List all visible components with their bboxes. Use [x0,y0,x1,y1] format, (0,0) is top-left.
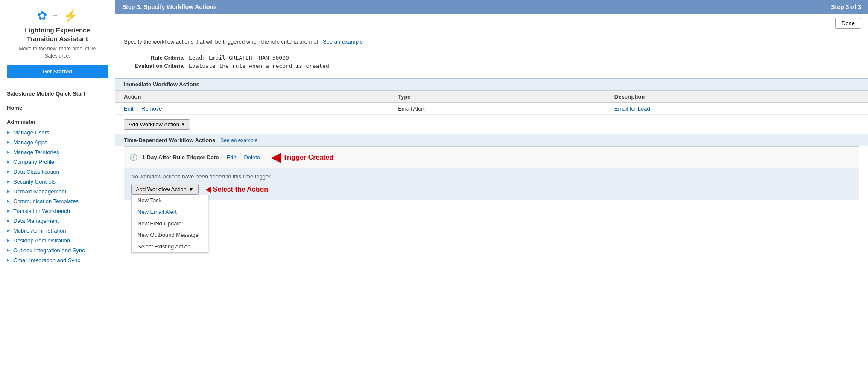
action-cell: Edit | Remove [115,103,389,115]
sidebar-item-manage-users[interactable]: ▶ Manage Users [0,128,115,137]
sidebar-item-outlook-sync[interactable]: ▶ Outlook Integration and Sync [0,245,115,255]
triangle-icon: ▶ [7,179,10,184]
get-started-button[interactable]: Get Started [7,65,108,78]
see-example-link[interactable]: See an example [323,38,363,45]
rule-criteria-value: Lead: Email GREATER THAN 50000 [189,55,289,61]
action-row: Add Workflow Action ▼ New Task New Email… [131,184,852,195]
triangle-icon: ▶ [7,140,10,144]
sidebar-item-label: Gmail Integration and Sync [13,257,80,263]
immediate-add-workflow-label: Add Workflow Action [129,121,179,128]
app-subtitle: Move to the new, more productive Salesfo… [7,45,108,60]
triangle-icon: ▶ [7,219,10,223]
action-col-header: Action [115,91,389,103]
home-title: Home [0,99,115,114]
triangle-icon: ▶ [7,130,10,134]
time-dependent-box: 🕐 1 Day After Rule Trigger Date Edit | D… [124,146,859,200]
time-trigger-header: 🕐 1 Day After Rule Trigger Date Edit | D… [124,147,859,168]
step-label: Step 3 of 3 [831,3,861,10]
time-dependent-section-title: Time-Dependent Workflow Actions [124,137,215,143]
sidebar-item-mobile-administration[interactable]: ▶ Mobile Administration [0,226,115,236]
sidebar-item-label: Data Classification [13,169,59,175]
sidebar-item-translation-workbench[interactable]: ▶ Translation Workbench [0,206,115,216]
sidebar-item-label: Manage Territories [13,149,59,155]
criteria-section: Rule Criteria Lead: Email GREATER THAN 5… [115,50,868,78]
sidebar-header: ✿ → ⚡ Lightning Experience Transition As… [0,0,115,85]
separator: | [137,105,138,112]
sidebar-item-communication-templates[interactable]: ▶ Communication Templates [0,196,115,206]
annotation-action-label: Select the Action [213,186,268,193]
remove-link[interactable]: Remove [141,105,162,112]
action-annotation: ◀ Select the Action [205,185,268,193]
sidebar-item-label: Manage Users [13,129,50,136]
triangle-icon: ▶ [7,209,10,213]
immediate-add-workflow-button[interactable]: Add Workflow Action ▼ [124,119,190,130]
sidebar-item-data-classification[interactable]: ▶ Data Classification [0,167,115,177]
trigger-delete-link[interactable]: Delete [244,154,260,160]
triangle-icon: ▶ [7,199,10,203]
sidebar-item-manage-territories[interactable]: ▶ Manage Territories [0,147,115,157]
administer-title: Administer [0,114,115,128]
edit-link[interactable]: Edit [124,105,133,112]
page-title: Step 3: Specify Workflow Actions [122,3,217,10]
red-arrow-icon: ◀ [271,150,281,164]
desc-col-header: Description [606,91,868,103]
bolt-icon: ⚡ [63,9,78,23]
logo-row: ✿ → ⚡ [7,9,108,23]
immediate-actions-table: Action Type Description Edit | Remove Em… [115,90,868,115]
no-actions-message: No workflow actions have been added to t… [131,173,852,180]
add-workflow-dropdown: New Task New Email Alert New Field Updat… [131,195,208,253]
flower-icon: ✿ [37,9,47,23]
sidebar-item-label: Communication Templates [13,198,79,204]
sidebar-item-security-controls[interactable]: ▶ Security Controls [0,177,115,187]
triangle-icon: ▶ [7,248,10,252]
sidebar-item-label: Security Controls [13,178,56,185]
eval-criteria-value: Evaluate the rule when a record is creat… [189,63,329,69]
rule-criteria-row: Rule Criteria Lead: Email GREATER THAN 5… [124,55,859,61]
triangle-icon: ▶ [7,160,10,164]
sidebar-item-company-profile[interactable]: ▶ Company Profile [0,157,115,167]
done-btn-row: Done [115,14,868,33]
eval-criteria-row: Evaluation Criteria Evaluate the rule wh… [124,63,859,69]
sidebar-item-data-management[interactable]: ▶ Data Management [0,216,115,226]
triangle-icon: ▶ [7,169,10,174]
sidebar-item-desktop-administration[interactable]: ▶ Desktop Administration [0,236,115,245]
separator: | [239,154,240,160]
red-arrow-icon-2: ◀ [205,185,210,193]
content-area: Done Specify the workflow actions that w… [115,14,868,388]
done-button[interactable]: Done [835,18,861,29]
dropdown-new-task[interactable]: New Task [132,195,208,206]
immediate-section-header: Immediate Workflow Actions [115,78,868,90]
sidebar-item-manage-apps[interactable]: ▶ Manage Apps [0,137,115,147]
sidebar-item-label: Company Profile [13,159,54,165]
sidebar-item-label: Desktop Administration [13,237,70,244]
description-row: Specify the workflow actions that will b… [115,33,868,50]
triangle-icon: ▶ [7,258,10,262]
eval-criteria-label: Evaluation Criteria [124,63,184,69]
desc-link[interactable]: Email for Lead [614,105,650,112]
triangle-icon: ▶ [7,189,10,193]
dropdown-new-outbound-message[interactable]: New Outbound Message [132,229,208,241]
clock-icon: 🕐 [129,153,138,161]
sidebar-item-label: Domain Management [13,188,66,195]
main-content: Step 3: Specify Workflow Actions Step 3 … [115,0,868,388]
add-workflow-button[interactable]: Add Workflow Action ▼ [131,184,199,195]
rule-criteria-label: Rule Criteria [124,55,184,61]
sidebar-item-domain-management[interactable]: ▶ Domain Management [0,187,115,196]
type-cell: Email Alert [389,103,606,115]
arrow-icon: → [51,11,59,20]
sidebar-item-gmail-sync[interactable]: ▶ Gmail Integration and Sync [0,255,115,265]
trigger-title: 1 Day After Rule Trigger Date [142,154,219,160]
add-workflow-label: Add Workflow Action [136,186,187,193]
sidebar: ✿ → ⚡ Lightning Experience Transition As… [0,0,115,388]
trigger-annotation: ◀ Trigger Created [271,150,333,164]
dropdown-new-field-update[interactable]: New Field Update [132,218,208,229]
add-btn-container: Add Workflow Action ▼ New Task New Email… [131,184,199,195]
trigger-edit-link[interactable]: Edit [226,154,236,160]
triangle-icon: ▶ [7,228,10,233]
time-dependent-see-example-link[interactable]: See an example [220,137,257,143]
dropdown-new-email-alert[interactable]: New Email Alert [132,206,208,218]
triangle-icon: ▶ [7,238,10,242]
sidebar-item-label: Data Management [13,218,59,224]
quick-start-title: Salesforce Mobile Quick Start [0,85,115,99]
dropdown-select-existing-action[interactable]: Select Existing Action [132,241,208,252]
